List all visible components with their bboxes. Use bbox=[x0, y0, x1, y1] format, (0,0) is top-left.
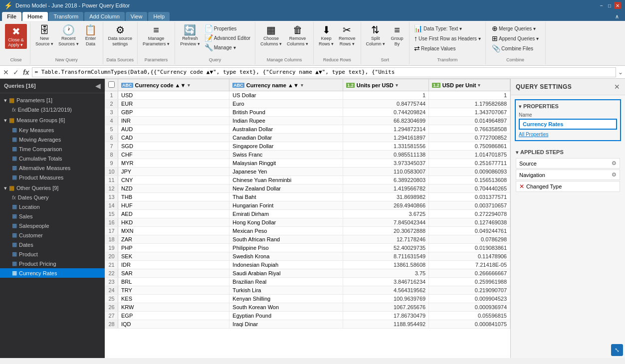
manage-parameters-button[interactable]: ≡ ManageParameters ▾ bbox=[141, 24, 172, 48]
choose-columns-button[interactable]: ▦ ChooseColumns ▾ bbox=[258, 24, 284, 48]
query-item-enddate[interactable]: fx EndDate (31/12/2019) bbox=[0, 105, 105, 114]
row-num-28: 28 bbox=[105, 320, 118, 329]
cell-code-23: BRL bbox=[118, 278, 229, 286]
remove-columns-button[interactable]: 🗑 RemoveColumns ▾ bbox=[285, 24, 310, 48]
refresh-preview-button[interactable]: 🔄 RefreshPreview ▾ bbox=[178, 24, 202, 48]
step-item-changed-type[interactable]: ✕ Changed Type bbox=[516, 181, 620, 192]
filter-icon-currency-code[interactable]: ▾ bbox=[188, 83, 190, 88]
query-item-dates[interactable]: ▦ Dates bbox=[0, 240, 105, 249]
cell-name-4: Indian Rupee bbox=[229, 117, 343, 125]
query-item-location[interactable]: ▦ Location bbox=[0, 202, 105, 211]
query-item-customer-name: Customer bbox=[19, 232, 43, 238]
cell-code-14: HUF bbox=[118, 201, 229, 210]
use-first-row-button[interactable]: ↑ Use First Row as Headers ▾ bbox=[413, 34, 482, 43]
keep-rows-button[interactable]: ⬇ KeepRows ▾ bbox=[317, 24, 336, 48]
title-bar-controls[interactable]: − □ ✕ bbox=[598, 2, 621, 9]
table-row: 1 USD US Dollar 1 1 bbox=[105, 91, 510, 100]
name-value[interactable]: Currency Rates bbox=[519, 119, 617, 130]
query-item-product[interactable]: ▦ Product bbox=[0, 249, 105, 259]
table-row: 12 NZD New Zealand Dollar 1.419566782 0.… bbox=[105, 184, 510, 193]
cell-usd-9: 0.251677711 bbox=[429, 159, 510, 168]
query-group-parameters-header[interactable]: ▾ ▦ Parameters [1] bbox=[0, 95, 105, 105]
tab-file[interactable]: File bbox=[2, 12, 21, 21]
combine-files-button[interactable]: 📎 Combine Files bbox=[490, 44, 535, 53]
new-source-button[interactable]: 🗄 NewSource ▾ bbox=[33, 24, 55, 48]
collapse-ribbon[interactable]: ∧ bbox=[615, 13, 623, 20]
ribbon-group-new-query-label: New Query bbox=[55, 57, 78, 63]
filter-icon-usd[interactable]: ▾ bbox=[478, 83, 480, 88]
data-type-button[interactable]: 📊 Data Type: Text ▾ bbox=[413, 24, 463, 33]
query-item-customer[interactable]: ▦ Customer bbox=[0, 230, 105, 240]
row-num-19: 19 bbox=[105, 244, 118, 252]
close-apply-button[interactable]: ✖ Close &Apply ▾ bbox=[5, 24, 27, 49]
formula-input[interactable] bbox=[32, 67, 616, 77]
formula-apply-button[interactable]: ✓ bbox=[12, 67, 20, 77]
properties-button[interactable]: 📄 Properties bbox=[203, 24, 252, 33]
query-item-key-measures[interactable]: ▦ Key Measures bbox=[0, 125, 105, 135]
query-item-currency-rates[interactable]: ▦ Currency Rates bbox=[0, 268, 105, 278]
data-table-container[interactable]: ABC Currency code ▲▼ ▾ ABC Currency name… bbox=[105, 79, 510, 358]
tab-view[interactable]: View bbox=[126, 12, 148, 21]
filter-icon-currency-name[interactable]: ▾ bbox=[301, 83, 303, 88]
replace-values-button[interactable]: ⇄ Replace Values bbox=[413, 44, 457, 53]
queries-collapse-button[interactable]: ◀ bbox=[95, 82, 101, 90]
append-queries-button[interactable]: ⊞ Append Queries ▾ bbox=[490, 34, 540, 43]
cell-name-18: South African Rand bbox=[229, 235, 343, 244]
step-item-navigation[interactable]: Navigation ⚙ bbox=[516, 170, 620, 180]
remove-rows-button[interactable]: ✂ RemoveRows ▾ bbox=[337, 24, 358, 48]
query-item-alternative-measures[interactable]: ▦ Alternative Measures bbox=[0, 163, 105, 173]
col-header-usd-per-unit[interactable]: 1.2 USD per Unit ▾ bbox=[429, 79, 510, 91]
query-group-measure-groups-header[interactable]: ▾ ▦ Measure Groups [6] bbox=[0, 115, 105, 125]
step-item-source[interactable]: Source ⚙ bbox=[516, 158, 620, 169]
scroll-handle[interactable]: ⤡ bbox=[611, 344, 623, 356]
cell-code-17: MXN bbox=[118, 227, 229, 235]
manage-button[interactable]: 🔧 Manage ▾ bbox=[203, 43, 252, 52]
select-all-header[interactable] bbox=[105, 79, 118, 91]
recent-sources-button[interactable]: 🕐 RecentSources ▾ bbox=[56, 24, 81, 48]
query-item-time-comparison[interactable]: ▦ Time Comparison bbox=[0, 144, 105, 154]
settings-close-button[interactable]: ✕ bbox=[614, 83, 620, 91]
tab-home[interactable]: Home bbox=[22, 12, 48, 21]
query-item-moving-averages[interactable]: ▦ Moving Averages bbox=[0, 135, 105, 144]
close-window-button[interactable]: ✕ bbox=[614, 2, 621, 9]
group-by-button[interactable]: ≡ GroupBy bbox=[388, 24, 406, 48]
table-icon: ▦ bbox=[12, 232, 17, 238]
table-row: 10 JPY Japanese Yen 110.0583007 0.009086… bbox=[105, 168, 510, 176]
tab-transform[interactable]: Transform bbox=[49, 12, 84, 21]
tab-add-column[interactable]: Add Column bbox=[84, 12, 125, 21]
table-icon: ▦ bbox=[12, 174, 17, 181]
query-item-salespeople[interactable]: ▦ Salespeople bbox=[0, 221, 105, 230]
tab-help[interactable]: Help bbox=[148, 12, 170, 21]
query-item-product-pricing[interactable]: ▦ Product Pricing bbox=[0, 259, 105, 268]
all-properties-link[interactable]: All Properties bbox=[519, 132, 617, 137]
advanced-editor-button[interactable]: 📝 Advanced Editor bbox=[203, 33, 252, 42]
maximize-button[interactable]: □ bbox=[606, 2, 613, 9]
step-changed-type-delete[interactable]: ✕ bbox=[519, 183, 524, 190]
merge-queries-button[interactable]: ⊕ Merge Queries ▾ bbox=[490, 24, 537, 33]
select-all-checkbox[interactable] bbox=[108, 81, 115, 88]
cell-units-9: 3.973345037 bbox=[343, 159, 429, 168]
formula-cancel-button[interactable]: ✕ bbox=[2, 67, 10, 77]
formula-bar: ✕ ✓ fx ⌄ bbox=[0, 66, 625, 79]
query-item-sales[interactable]: ▦ Sales bbox=[0, 211, 105, 221]
col-header-currency-code[interactable]: ABC Currency code ▲▼ ▾ bbox=[118, 79, 229, 91]
query-group-other-queries-header[interactable]: ▾ ▦ Other Queries [9] bbox=[0, 183, 105, 193]
remove-columns-icon: 🗑 bbox=[293, 25, 303, 35]
data-source-settings-button[interactable]: ⚙ Data sourcesettings bbox=[106, 24, 135, 48]
query-item-product-measures[interactable]: ▦ Product Measures bbox=[0, 173, 105, 182]
query-item-dates-query[interactable]: fx Dates Query bbox=[0, 193, 105, 202]
step-navigation-gear[interactable]: ⚙ bbox=[612, 172, 617, 178]
filter-icon-units[interactable]: ▾ bbox=[396, 83, 398, 88]
split-column-button[interactable]: ⇅ SplitColumn ▾ bbox=[364, 24, 388, 48]
col-header-currency-name[interactable]: ABC Currency name ▲▼ ▾ bbox=[229, 79, 343, 91]
enter-data-button[interactable]: 📋 EnterData bbox=[82, 24, 100, 48]
applied-steps-collapse-icon[interactable]: ▾ bbox=[516, 150, 518, 155]
formula-fx-label: fx bbox=[22, 67, 30, 77]
minimize-button[interactable]: − bbox=[598, 2, 605, 9]
step-source-gear[interactable]: ⚙ bbox=[612, 160, 617, 167]
query-item-cumulative-totals[interactable]: ▦ Cumulative Totals bbox=[0, 154, 105, 163]
formula-expand-button[interactable]: ⌄ bbox=[618, 69, 623, 76]
properties-collapse-icon[interactable]: ▾ bbox=[519, 104, 521, 109]
cell-usd-14: 0.003710657 bbox=[429, 201, 510, 210]
col-header-units-per-usd[interactable]: 1.2 Units per USD ▾ bbox=[343, 79, 429, 91]
